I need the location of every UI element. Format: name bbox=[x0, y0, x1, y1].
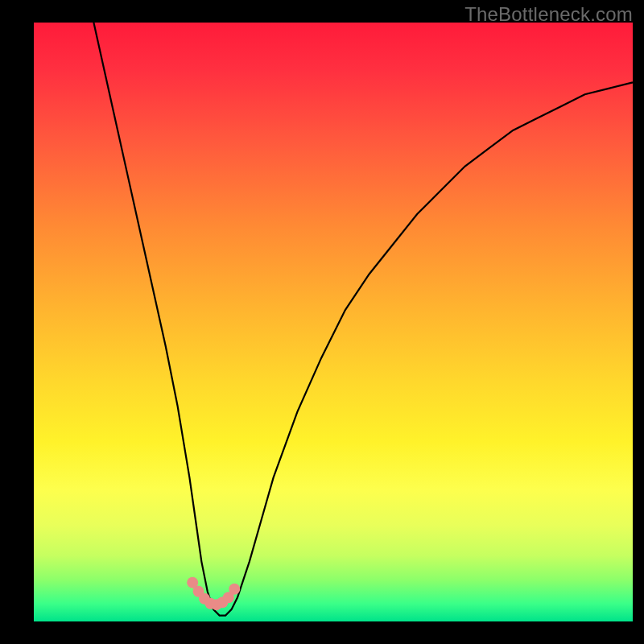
plot-area bbox=[34, 23, 633, 621]
chart-frame: TheBottleneck.com bbox=[0, 0, 644, 644]
bottleneck-curve-path bbox=[93, 23, 633, 616]
curve-svg bbox=[34, 23, 633, 621]
trough-markers bbox=[187, 577, 240, 611]
trough-marker-dot bbox=[229, 584, 240, 595]
